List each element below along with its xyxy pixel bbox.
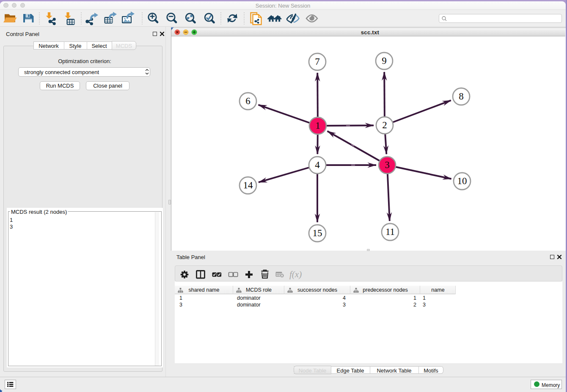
svg-text:15: 15 <box>313 228 322 238</box>
svg-text:4: 4 <box>315 160 320 170</box>
svg-text:7: 7 <box>315 56 320 67</box>
svg-text:3: 3 <box>385 160 390 170</box>
svg-text:1: 1 <box>315 120 320 131</box>
svg-text:10: 10 <box>457 176 467 186</box>
svg-text:11: 11 <box>385 226 395 237</box>
svg-text:14: 14 <box>243 180 253 190</box>
svg-text:2: 2 <box>382 120 387 130</box>
svg-text:8: 8 <box>459 91 464 102</box>
svg-text:6: 6 <box>245 96 250 106</box>
svg-text:9: 9 <box>382 55 387 66</box>
svg-text:f(x): f(x) <box>289 269 302 279</box>
